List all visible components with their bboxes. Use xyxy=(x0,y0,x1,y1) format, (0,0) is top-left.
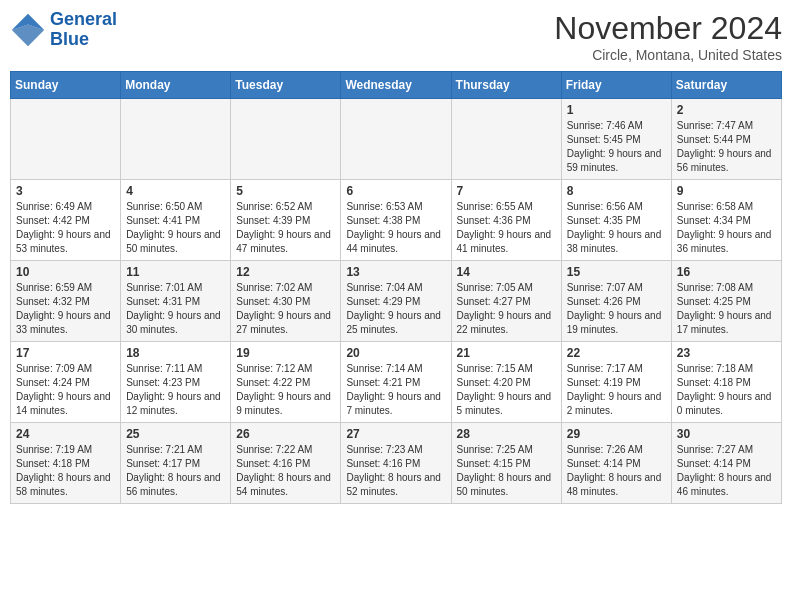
day-number: 27 xyxy=(346,427,445,441)
day-info: Sunrise: 7:07 AM Sunset: 4:26 PM Dayligh… xyxy=(567,281,666,337)
day-number: 5 xyxy=(236,184,335,198)
calendar-cell: 19Sunrise: 7:12 AM Sunset: 4:22 PM Dayli… xyxy=(231,342,341,423)
day-info: Sunrise: 7:21 AM Sunset: 4:17 PM Dayligh… xyxy=(126,443,225,499)
calendar-cell: 20Sunrise: 7:14 AM Sunset: 4:21 PM Dayli… xyxy=(341,342,451,423)
day-info: Sunrise: 7:15 AM Sunset: 4:20 PM Dayligh… xyxy=(457,362,556,418)
day-info: Sunrise: 6:58 AM Sunset: 4:34 PM Dayligh… xyxy=(677,200,776,256)
day-number: 14 xyxy=(457,265,556,279)
calendar-cell: 24Sunrise: 7:19 AM Sunset: 4:18 PM Dayli… xyxy=(11,423,121,504)
calendar-cell xyxy=(231,99,341,180)
calendar-cell: 28Sunrise: 7:25 AM Sunset: 4:15 PM Dayli… xyxy=(451,423,561,504)
day-number: 24 xyxy=(16,427,115,441)
day-number: 12 xyxy=(236,265,335,279)
day-info: Sunrise: 7:18 AM Sunset: 4:18 PM Dayligh… xyxy=(677,362,776,418)
day-info: Sunrise: 7:08 AM Sunset: 4:25 PM Dayligh… xyxy=(677,281,776,337)
day-info: Sunrise: 7:19 AM Sunset: 4:18 PM Dayligh… xyxy=(16,443,115,499)
day-info: Sunrise: 7:01 AM Sunset: 4:31 PM Dayligh… xyxy=(126,281,225,337)
calendar-week-row: 1Sunrise: 7:46 AM Sunset: 5:45 PM Daylig… xyxy=(11,99,782,180)
logo: General Blue xyxy=(10,10,117,50)
calendar-cell: 3Sunrise: 6:49 AM Sunset: 4:42 PM Daylig… xyxy=(11,180,121,261)
calendar-cell: 14Sunrise: 7:05 AM Sunset: 4:27 PM Dayli… xyxy=(451,261,561,342)
day-number: 23 xyxy=(677,346,776,360)
day-number: 3 xyxy=(16,184,115,198)
calendar-cell: 30Sunrise: 7:27 AM Sunset: 4:14 PM Dayli… xyxy=(671,423,781,504)
weekday-header: Saturday xyxy=(671,72,781,99)
day-number: 29 xyxy=(567,427,666,441)
day-info: Sunrise: 6:59 AM Sunset: 4:32 PM Dayligh… xyxy=(16,281,115,337)
day-number: 19 xyxy=(236,346,335,360)
day-info: Sunrise: 6:55 AM Sunset: 4:36 PM Dayligh… xyxy=(457,200,556,256)
day-number: 7 xyxy=(457,184,556,198)
calendar-cell: 4Sunrise: 6:50 AM Sunset: 4:41 PM Daylig… xyxy=(121,180,231,261)
day-number: 17 xyxy=(16,346,115,360)
day-number: 21 xyxy=(457,346,556,360)
day-number: 22 xyxy=(567,346,666,360)
calendar-cell: 12Sunrise: 7:02 AM Sunset: 4:30 PM Dayli… xyxy=(231,261,341,342)
logo-line2: Blue xyxy=(50,30,117,50)
calendar-cell: 26Sunrise: 7:22 AM Sunset: 4:16 PM Dayli… xyxy=(231,423,341,504)
logo-text: General Blue xyxy=(50,10,117,50)
calendar-cell: 29Sunrise: 7:26 AM Sunset: 4:14 PM Dayli… xyxy=(561,423,671,504)
logo-line1: General xyxy=(50,10,117,30)
calendar-cell: 2Sunrise: 7:47 AM Sunset: 5:44 PM Daylig… xyxy=(671,99,781,180)
calendar-cell: 6Sunrise: 6:53 AM Sunset: 4:38 PM Daylig… xyxy=(341,180,451,261)
weekday-header-row: SundayMondayTuesdayWednesdayThursdayFrid… xyxy=(11,72,782,99)
calendar-week-row: 3Sunrise: 6:49 AM Sunset: 4:42 PM Daylig… xyxy=(11,180,782,261)
weekday-header: Friday xyxy=(561,72,671,99)
logo-icon xyxy=(10,12,46,48)
day-info: Sunrise: 7:26 AM Sunset: 4:14 PM Dayligh… xyxy=(567,443,666,499)
calendar-subtitle: Circle, Montana, United States xyxy=(554,47,782,63)
day-info: Sunrise: 6:53 AM Sunset: 4:38 PM Dayligh… xyxy=(346,200,445,256)
day-number: 1 xyxy=(567,103,666,117)
calendar-table: SundayMondayTuesdayWednesdayThursdayFrid… xyxy=(10,71,782,504)
day-info: Sunrise: 7:27 AM Sunset: 4:14 PM Dayligh… xyxy=(677,443,776,499)
day-info: Sunrise: 7:17 AM Sunset: 4:19 PM Dayligh… xyxy=(567,362,666,418)
calendar-week-row: 17Sunrise: 7:09 AM Sunset: 4:24 PM Dayli… xyxy=(11,342,782,423)
day-number: 10 xyxy=(16,265,115,279)
day-number: 4 xyxy=(126,184,225,198)
day-number: 13 xyxy=(346,265,445,279)
calendar-cell: 1Sunrise: 7:46 AM Sunset: 5:45 PM Daylig… xyxy=(561,99,671,180)
calendar-cell: 17Sunrise: 7:09 AM Sunset: 4:24 PM Dayli… xyxy=(11,342,121,423)
day-number: 11 xyxy=(126,265,225,279)
day-info: Sunrise: 7:11 AM Sunset: 4:23 PM Dayligh… xyxy=(126,362,225,418)
day-info: Sunrise: 6:49 AM Sunset: 4:42 PM Dayligh… xyxy=(16,200,115,256)
day-info: Sunrise: 6:52 AM Sunset: 4:39 PM Dayligh… xyxy=(236,200,335,256)
day-number: 6 xyxy=(346,184,445,198)
day-number: 25 xyxy=(126,427,225,441)
title-block: November 2024 Circle, Montana, United St… xyxy=(554,10,782,63)
calendar-cell: 21Sunrise: 7:15 AM Sunset: 4:20 PM Dayli… xyxy=(451,342,561,423)
day-info: Sunrise: 7:47 AM Sunset: 5:44 PM Dayligh… xyxy=(677,119,776,175)
day-info: Sunrise: 7:05 AM Sunset: 4:27 PM Dayligh… xyxy=(457,281,556,337)
day-number: 9 xyxy=(677,184,776,198)
calendar-week-row: 10Sunrise: 6:59 AM Sunset: 4:32 PM Dayli… xyxy=(11,261,782,342)
calendar-cell: 10Sunrise: 6:59 AM Sunset: 4:32 PM Dayli… xyxy=(11,261,121,342)
page-header: General Blue November 2024 Circle, Monta… xyxy=(10,10,782,63)
day-number: 2 xyxy=(677,103,776,117)
calendar-cell: 23Sunrise: 7:18 AM Sunset: 4:18 PM Dayli… xyxy=(671,342,781,423)
weekday-header: Wednesday xyxy=(341,72,451,99)
weekday-header: Sunday xyxy=(11,72,121,99)
day-number: 18 xyxy=(126,346,225,360)
day-number: 28 xyxy=(457,427,556,441)
day-info: Sunrise: 7:46 AM Sunset: 5:45 PM Dayligh… xyxy=(567,119,666,175)
calendar-cell: 15Sunrise: 7:07 AM Sunset: 4:26 PM Dayli… xyxy=(561,261,671,342)
calendar-cell xyxy=(451,99,561,180)
day-info: Sunrise: 7:09 AM Sunset: 4:24 PM Dayligh… xyxy=(16,362,115,418)
calendar-cell xyxy=(341,99,451,180)
calendar-cell xyxy=(11,99,121,180)
day-info: Sunrise: 7:02 AM Sunset: 4:30 PM Dayligh… xyxy=(236,281,335,337)
weekday-header: Tuesday xyxy=(231,72,341,99)
calendar-cell: 25Sunrise: 7:21 AM Sunset: 4:17 PM Dayli… xyxy=(121,423,231,504)
calendar-cell: 5Sunrise: 6:52 AM Sunset: 4:39 PM Daylig… xyxy=(231,180,341,261)
calendar-cell xyxy=(121,99,231,180)
day-info: Sunrise: 7:04 AM Sunset: 4:29 PM Dayligh… xyxy=(346,281,445,337)
day-number: 20 xyxy=(346,346,445,360)
day-number: 8 xyxy=(567,184,666,198)
calendar-cell: 13Sunrise: 7:04 AM Sunset: 4:29 PM Dayli… xyxy=(341,261,451,342)
day-info: Sunrise: 7:12 AM Sunset: 4:22 PM Dayligh… xyxy=(236,362,335,418)
weekday-header: Thursday xyxy=(451,72,561,99)
calendar-cell: 7Sunrise: 6:55 AM Sunset: 4:36 PM Daylig… xyxy=(451,180,561,261)
day-number: 15 xyxy=(567,265,666,279)
calendar-cell: 11Sunrise: 7:01 AM Sunset: 4:31 PM Dayli… xyxy=(121,261,231,342)
